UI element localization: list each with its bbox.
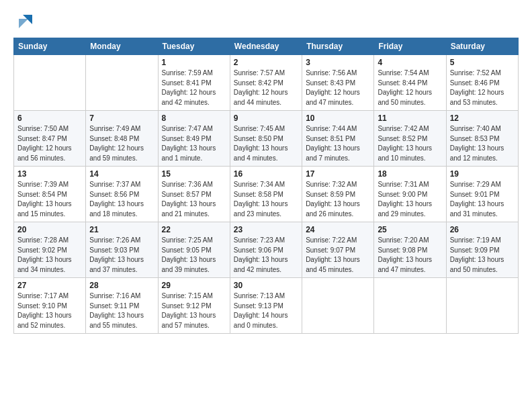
calendar-cell: 17Sunrise: 7:32 AMSunset: 8:59 PMDayligh…: [302, 167, 374, 222]
day-number: 5: [450, 58, 515, 67]
page: SundayMondayTuesdayWednesdayThursdayFrid…: [0, 0, 532, 340]
day-number: 21: [89, 225, 154, 234]
day-number: 6: [17, 113, 82, 123]
calendar-cell: 2Sunrise: 7:57 AMSunset: 8:42 PMDaylight…: [230, 55, 302, 111]
day-number: 11: [378, 113, 442, 123]
calendar-cell: 20Sunrise: 7:28 AMSunset: 9:02 PMDayligh…: [14, 222, 86, 278]
calendar-cell: [86, 55, 158, 111]
day-info: Sunrise: 7:52 AMSunset: 8:46 PMDaylight:…: [450, 68, 515, 107]
day-number: 8: [162, 113, 226, 123]
day-number: 28: [89, 281, 154, 290]
day-info: Sunrise: 7:59 AMSunset: 8:41 PMDaylight:…: [162, 68, 226, 107]
calendar-header-sunday: Sunday: [14, 38, 86, 55]
calendar-cell: 30Sunrise: 7:13 AMSunset: 9:13 PMDayligh…: [230, 278, 302, 334]
day-number: 4: [378, 58, 442, 67]
day-info: Sunrise: 7:23 AMSunset: 9:06 PMDaylight:…: [234, 236, 298, 275]
calendar-cell: 18Sunrise: 7:31 AMSunset: 9:00 PMDayligh…: [374, 167, 446, 222]
day-info: Sunrise: 7:36 AMSunset: 8:57 PMDaylight:…: [162, 180, 226, 219]
calendar-week-row: 6Sunrise: 7:50 AMSunset: 8:47 PMDaylight…: [14, 111, 519, 167]
calendar-cell: 11Sunrise: 7:42 AMSunset: 8:52 PMDayligh…: [374, 111, 446, 167]
logo-icon: [16, 12, 35, 31]
calendar-cell: 24Sunrise: 7:22 AMSunset: 9:07 PMDayligh…: [302, 222, 374, 278]
day-number: 3: [306, 58, 370, 67]
day-info: Sunrise: 7:44 AMSunset: 8:51 PMDaylight:…: [306, 124, 370, 163]
day-info: Sunrise: 7:49 AMSunset: 8:48 PMDaylight:…: [89, 124, 154, 163]
calendar-cell: 15Sunrise: 7:36 AMSunset: 8:57 PMDayligh…: [158, 167, 230, 222]
day-number: 29: [162, 281, 226, 290]
day-number: 10: [306, 113, 370, 123]
day-number: 9: [234, 113, 298, 123]
day-info: Sunrise: 7:32 AMSunset: 8:59 PMDaylight:…: [306, 180, 370, 219]
day-number: 27: [17, 281, 82, 290]
header: [13, 12, 519, 31]
calendar-cell: 29Sunrise: 7:15 AMSunset: 9:12 PMDayligh…: [158, 278, 230, 334]
calendar-cell: 9Sunrise: 7:45 AMSunset: 8:50 PMDaylight…: [230, 111, 302, 167]
day-info: Sunrise: 7:26 AMSunset: 9:03 PMDaylight:…: [89, 236, 154, 275]
calendar-week-row: 13Sunrise: 7:39 AMSunset: 8:54 PMDayligh…: [14, 167, 519, 222]
day-info: Sunrise: 7:54 AMSunset: 8:44 PMDaylight:…: [378, 68, 442, 107]
day-number: 20: [17, 225, 82, 234]
day-number: 15: [162, 169, 226, 179]
calendar-cell: 8Sunrise: 7:47 AMSunset: 8:49 PMDaylight…: [158, 111, 230, 167]
calendar-cell: 3Sunrise: 7:56 AMSunset: 8:43 PMDaylight…: [302, 55, 374, 111]
day-info: Sunrise: 7:28 AMSunset: 9:02 PMDaylight:…: [17, 236, 82, 275]
calendar-cell: 27Sunrise: 7:17 AMSunset: 9:10 PMDayligh…: [14, 278, 86, 334]
day-info: Sunrise: 7:13 AMSunset: 9:13 PMDaylight:…: [234, 291, 298, 330]
calendar-header-tuesday: Tuesday: [158, 38, 230, 55]
calendar-cell: 7Sunrise: 7:49 AMSunset: 8:48 PMDaylight…: [86, 111, 158, 167]
day-info: Sunrise: 7:19 AMSunset: 9:09 PMDaylight:…: [450, 236, 515, 275]
day-info: Sunrise: 7:34 AMSunset: 8:58 PMDaylight:…: [234, 180, 298, 219]
day-info: Sunrise: 7:29 AMSunset: 9:01 PMDaylight:…: [450, 180, 515, 219]
calendar-week-row: 20Sunrise: 7:28 AMSunset: 9:02 PMDayligh…: [14, 222, 519, 278]
calendar-cell: 16Sunrise: 7:34 AMSunset: 8:58 PMDayligh…: [230, 167, 302, 222]
day-info: Sunrise: 7:50 AMSunset: 8:47 PMDaylight:…: [17, 124, 82, 163]
calendar-header-monday: Monday: [86, 38, 158, 55]
day-info: Sunrise: 7:17 AMSunset: 9:10 PMDaylight:…: [17, 291, 82, 330]
day-number: 19: [450, 169, 515, 179]
day-number: 16: [234, 169, 298, 179]
day-number: 22: [162, 225, 226, 234]
day-number: 14: [89, 169, 154, 179]
calendar-header-thursday: Thursday: [302, 38, 374, 55]
calendar-cell: 25Sunrise: 7:20 AMSunset: 9:08 PMDayligh…: [374, 222, 446, 278]
calendar-week-row: 27Sunrise: 7:17 AMSunset: 9:10 PMDayligh…: [14, 278, 519, 334]
calendar-cell: 6Sunrise: 7:50 AMSunset: 8:47 PMDaylight…: [14, 111, 86, 167]
calendar-cell: [302, 278, 374, 334]
day-info: Sunrise: 7:40 AMSunset: 8:53 PMDaylight:…: [450, 124, 515, 163]
calendar-cell: 21Sunrise: 7:26 AMSunset: 9:03 PMDayligh…: [86, 222, 158, 278]
logo: [13, 12, 35, 31]
calendar-cell: 23Sunrise: 7:23 AMSunset: 9:06 PMDayligh…: [230, 222, 302, 278]
calendar-cell: 26Sunrise: 7:19 AMSunset: 9:09 PMDayligh…: [446, 222, 518, 278]
day-info: Sunrise: 7:56 AMSunset: 8:43 PMDaylight:…: [306, 68, 370, 107]
day-info: Sunrise: 7:45 AMSunset: 8:50 PMDaylight:…: [234, 124, 298, 163]
day-number: 26: [450, 225, 515, 234]
calendar-table: SundayMondayTuesdayWednesdayThursdayFrid…: [13, 38, 519, 334]
calendar-header-saturday: Saturday: [446, 38, 518, 55]
calendar-cell: 14Sunrise: 7:37 AMSunset: 8:56 PMDayligh…: [86, 167, 158, 222]
day-number: 17: [306, 169, 370, 179]
day-number: 12: [450, 113, 515, 123]
day-info: Sunrise: 7:47 AMSunset: 8:49 PMDaylight:…: [162, 124, 226, 163]
calendar-header-wednesday: Wednesday: [230, 38, 302, 55]
calendar-cell: [374, 278, 446, 334]
svg-marker-1: [19, 19, 28, 28]
day-number: 25: [378, 225, 442, 234]
day-info: Sunrise: 7:15 AMSunset: 9:12 PMDaylight:…: [162, 291, 226, 330]
day-info: Sunrise: 7:31 AMSunset: 9:00 PMDaylight:…: [378, 180, 442, 219]
day-number: 23: [234, 225, 298, 234]
calendar-cell: 10Sunrise: 7:44 AMSunset: 8:51 PMDayligh…: [302, 111, 374, 167]
calendar-cell: [446, 278, 518, 334]
calendar-cell: 28Sunrise: 7:16 AMSunset: 9:11 PMDayligh…: [86, 278, 158, 334]
calendar-cell: 13Sunrise: 7:39 AMSunset: 8:54 PMDayligh…: [14, 167, 86, 222]
day-info: Sunrise: 7:25 AMSunset: 9:05 PMDaylight:…: [162, 236, 226, 275]
calendar-week-row: 1Sunrise: 7:59 AMSunset: 8:41 PMDaylight…: [14, 55, 519, 111]
day-number: 24: [306, 225, 370, 234]
day-number: 30: [234, 281, 298, 290]
day-info: Sunrise: 7:20 AMSunset: 9:08 PMDaylight:…: [378, 236, 442, 275]
calendar-header-row: SundayMondayTuesdayWednesdayThursdayFrid…: [14, 38, 519, 55]
day-number: 2: [234, 58, 298, 67]
day-info: Sunrise: 7:16 AMSunset: 9:11 PMDaylight:…: [89, 291, 154, 330]
day-info: Sunrise: 7:57 AMSunset: 8:42 PMDaylight:…: [234, 68, 298, 107]
day-number: 13: [17, 169, 82, 179]
calendar-cell: 5Sunrise: 7:52 AMSunset: 8:46 PMDaylight…: [446, 55, 518, 111]
